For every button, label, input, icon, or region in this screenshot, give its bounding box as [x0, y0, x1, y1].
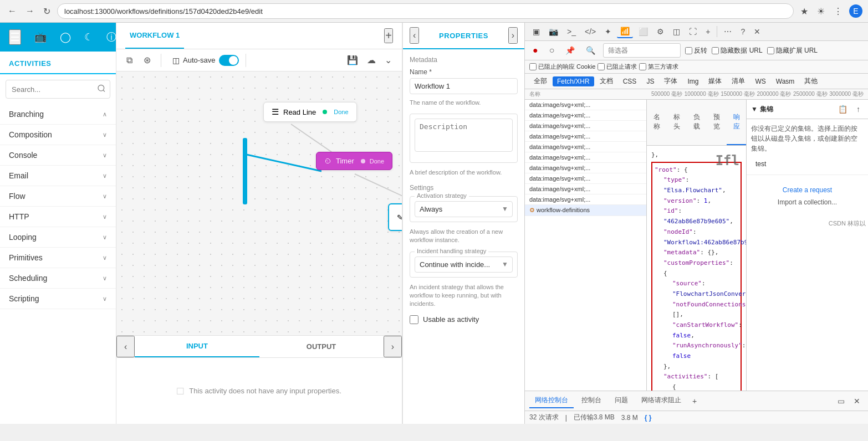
reload-button[interactable]: ↻ — [41, 5, 53, 18]
timer-node[interactable]: ⏲ Timer Done — [316, 152, 392, 170]
console-tab[interactable]: 控制台 — [576, 393, 607, 408]
dt-inspect-button[interactable]: ▣ — [529, 25, 543, 38]
network-console-tab[interactable]: 网络控制台 — [529, 393, 574, 408]
hide-extension-url-checkbox[interactable] — [767, 47, 774, 54]
close-panel-button[interactable]: ✕ — [850, 395, 864, 407]
output-tab[interactable]: OUTPUT — [259, 336, 384, 357]
type-doc-button[interactable]: 文档 — [595, 75, 617, 87]
collections-test-item[interactable]: test — [751, 158, 864, 170]
blocked-request-checkbox[interactable] — [598, 63, 605, 70]
blocked-response-filter[interactable]: 已阻止的响应 Cookie — [529, 63, 595, 71]
write-line-node[interactable]: ✎ Write Line Done — [388, 203, 402, 231]
filter-input[interactable] — [603, 43, 681, 58]
type-css-button[interactable]: CSS — [619, 76, 641, 86]
request-item-r7[interactable]: data:image/svg+xml;... — [525, 163, 646, 173]
activity-group-http[interactable]: HTTP ∨ — [0, 207, 116, 227]
description-input[interactable] — [415, 119, 513, 152]
dt-add-btn[interactable]: + — [702, 25, 713, 38]
add-workflow-tab-button[interactable]: + — [384, 28, 393, 43]
extensions-button[interactable]: ☀ — [815, 5, 827, 18]
dt-security-btn[interactable]: ⛶ — [686, 25, 700, 38]
detail-tab-preview[interactable]: 预览 — [707, 100, 727, 145]
search-input[interactable] — [6, 80, 110, 99]
restore-button[interactable]: ⧉ — [123, 53, 136, 68]
request-item-r1[interactable]: data:image/svg+xml;... — [525, 100, 646, 110]
activity-group-branching[interactable]: Branching ∧ — [0, 104, 116, 125]
type-media-button[interactable]: 媒体 — [704, 75, 726, 87]
more-options-button[interactable]: ⌄ — [381, 53, 395, 68]
hide-data-url-checkbox[interactable] — [712, 47, 719, 54]
third-party-checkbox[interactable] — [639, 63, 646, 70]
back-button[interactable]: ← — [6, 5, 19, 17]
request-item-r3[interactable]: data:image/svg+xml;... — [525, 121, 646, 131]
io-next-button[interactable]: › — [384, 336, 402, 357]
io-prev-button[interactable]: ‹ — [116, 336, 135, 357]
activity-group-email[interactable]: Email ∨ — [0, 166, 116, 186]
detail-tab-header[interactable]: 标头 — [667, 100, 687, 145]
type-font-button[interactable]: 字体 — [660, 75, 682, 87]
crop-button[interactable]: ⊛ — [140, 53, 154, 68]
dt-search-button[interactable]: 🔍 — [583, 44, 599, 57]
request-item-r6[interactable]: data:image/svg+xml;... — [525, 152, 646, 163]
dt-elements-btn[interactable]: ✦ — [601, 25, 615, 38]
type-img-button[interactable]: Img — [683, 76, 703, 86]
hamburger-button[interactable]: ☰ — [9, 29, 21, 45]
request-item-r9[interactable]: data:image/svg+xml;... — [525, 184, 646, 194]
autosave-toggle[interactable] — [219, 55, 239, 66]
usable-as-activity-checkbox[interactable] — [410, 315, 418, 324]
filter-hide-data-url[interactable]: 隐藏数据 URL — [712, 46, 762, 55]
dt-sources-btn[interactable]: </> — [581, 25, 599, 38]
dt-record-button[interactable]: ● — [529, 44, 542, 57]
name-input[interactable] — [410, 78, 518, 94]
dt-device-button[interactable]: 📷 — [545, 25, 561, 38]
type-js-button[interactable]: JS — [642, 76, 658, 86]
request-item-r11[interactable]: ⚙ workflow-definitions — [525, 205, 646, 216]
properties-prev-button[interactable]: ‹ — [410, 27, 419, 44]
invert-checkbox[interactable] — [685, 47, 692, 54]
detail-tab-name[interactable]: 名称 — [647, 100, 667, 145]
publish-button[interactable]: ☁ — [364, 53, 379, 68]
issues-tab[interactable]: 问题 — [609, 393, 634, 408]
type-wasm-button[interactable]: Wasm — [772, 76, 799, 86]
type-ws-button[interactable]: WS — [750, 76, 770, 86]
request-item-r5[interactable]: data:image/svg+xml;... — [525, 142, 646, 152]
incident-strategy-select[interactable]: Continue with incide... — [415, 257, 513, 273]
detail-tab-response[interactable]: 响应 — [727, 100, 746, 145]
activity-group-looping[interactable]: Looping ∨ — [0, 227, 116, 248]
dt-close-btn[interactable]: ✕ — [750, 25, 764, 38]
filter-hide-extension-url[interactable]: 隐藏扩展 URL — [767, 46, 818, 55]
type-fetch-xhr-button[interactable]: Fetch/XHR — [553, 76, 594, 86]
network-request-block-tab[interactable]: 网络请求阻止 — [636, 393, 687, 408]
request-item-r10[interactable]: data:image/svg+xml;... — [525, 194, 646, 205]
third-party-filter[interactable]: 第三方请求 — [639, 63, 678, 71]
dt-performance-btn[interactable]: ⬜ — [635, 25, 651, 38]
dt-application-btn[interactable]: ◫ — [670, 25, 683, 38]
activity-group-flow[interactable]: Flow ∨ — [0, 186, 116, 207]
activity-group-scripting[interactable]: Scripting ∨ — [0, 289, 116, 309]
menu-button[interactable]: ⋮ — [831, 5, 845, 18]
activity-group-console[interactable]: Console ∨ — [0, 145, 116, 166]
create-request-button[interactable]: Create a request — [783, 184, 832, 196]
import-collection-button[interactable]: Import a collection... — [778, 196, 837, 208]
type-other-button[interactable]: 其他 — [800, 75, 822, 87]
dt-network-btn[interactable]: 📶 — [617, 25, 633, 38]
activity-group-primitives[interactable]: Primitives ∨ — [0, 248, 116, 268]
workflow-tab-1[interactable]: WORKFLOW 1 — [125, 23, 184, 49]
detail-tab-payload[interactable]: 负载 — [687, 100, 707, 145]
search-icon-button[interactable] — [97, 84, 106, 95]
request-item-r4[interactable]: data:image/svg+xml;... — [525, 131, 646, 142]
dt-clear-button[interactable]: ○ — [546, 44, 558, 57]
properties-next-button[interactable]: › — [508, 27, 518, 44]
type-all-button[interactable]: 全部 — [529, 75, 552, 87]
request-item-r2[interactable]: data:image/svg+xml;... — [525, 110, 646, 121]
activity-group-scheduling[interactable]: Scheduling ∨ — [0, 268, 116, 289]
input-tab[interactable]: INPUT — [135, 336, 259, 357]
activation-strategy-select[interactable]: Always Singleton Correlation — [415, 201, 513, 217]
dt-filter-pin-button[interactable]: 📌 — [562, 44, 578, 57]
blocked-request-filter[interactable]: 已阻止请求 — [598, 63, 637, 71]
dt-console-btn[interactable]: >_ — [564, 25, 579, 38]
request-item-r8[interactable]: data:image/svg+xml;... — [525, 173, 646, 184]
detach-panel-button[interactable]: ▭ — [834, 395, 848, 407]
workflow-canvas[interactable]: ☰ Read Line Done ⏲ Timer Done ✎ — [116, 71, 402, 335]
dt-more-btn[interactable]: ⋯ — [721, 25, 735, 38]
